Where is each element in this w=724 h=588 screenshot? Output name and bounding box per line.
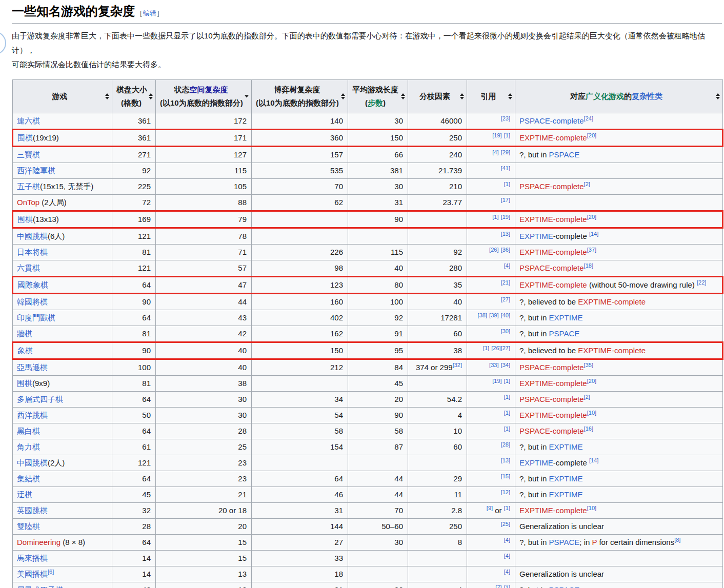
citation-ref[interactable]: [13] (501, 231, 510, 237)
link[interactable]: PSPACE-complete (519, 182, 584, 191)
citation-ref[interactable]: [38] (478, 312, 487, 318)
citation-ref[interactable]: [8] (674, 537, 680, 543)
citation-ref[interactable]: [21] (501, 279, 510, 286)
citation-ref[interactable]: [20] (587, 214, 596, 220)
link[interactable]: 复杂性类 (632, 92, 662, 100)
link[interactable]: 印度鬥獸棋 (17, 313, 55, 322)
link[interactable]: EXPTIME (519, 458, 553, 467)
citation-ref[interactable]: [36] (501, 247, 510, 253)
citation-ref[interactable]: [9] (487, 505, 493, 511)
link[interactable]: 空间复杂度 (190, 85, 228, 94)
edit-link[interactable]: 编辑 (143, 9, 156, 17)
citation-ref[interactable]: [23] (501, 115, 510, 121)
link[interactable]: EXPTIME (549, 313, 583, 322)
link[interactable]: 黑白棋 (17, 427, 40, 435)
citation-ref[interactable]: [40] (501, 312, 510, 318)
citation-ref[interactable]: [1] (483, 345, 489, 351)
citation-ref[interactable]: [1] (504, 505, 510, 511)
column-header-board[interactable]: 棋盘大小(格数) (112, 80, 156, 113)
link[interactable]: PSPACE-complete (519, 263, 584, 272)
link[interactable]: PSPACE-complete (519, 116, 584, 125)
citation-ref[interactable]: [1] (504, 132, 510, 138)
citation-ref[interactable]: [25] (501, 521, 510, 527)
link[interactable]: 三寶棋 (17, 150, 40, 159)
link[interactable]: 广义化游戏 (586, 92, 624, 100)
link[interactable]: EXPTIME-complete (519, 411, 587, 419)
link[interactable]: PSPACE (549, 329, 580, 338)
link[interactable]: PSPACE (549, 150, 580, 159)
citation-ref[interactable]: [27] (501, 345, 510, 351)
link[interactable]: 西洋陸軍棋 (17, 166, 55, 175)
citation-ref[interactable]: [4] (504, 262, 510, 269)
link[interactable]: EXPTIME (549, 474, 583, 483)
link[interactable]: EXPTIME-complete (519, 133, 587, 142)
column-header-branch[interactable]: 分枝因素 (408, 80, 467, 113)
link[interactable]: EXPTIME-complete (519, 379, 587, 388)
link[interactable]: EXPTIME (549, 442, 583, 451)
citation-ref[interactable]: [22] (697, 279, 706, 286)
citation-ref[interactable]: [26] (491, 345, 500, 351)
link[interactable]: 六貫棋 (17, 263, 40, 272)
citation-ref[interactable]: [13] (501, 457, 510, 463)
link[interactable]: PSPACE (549, 538, 580, 546)
column-header-refs[interactable]: 引用 (467, 80, 515, 113)
citation-ref[interactable]: [14] (589, 457, 598, 463)
column-header-len[interactable]: 平均游戏长度(步数) (348, 80, 408, 113)
citation-ref[interactable]: [35] (584, 362, 593, 368)
link[interactable]: 雙陸棋 (17, 522, 40, 531)
column-header-game[interactable]: 游戏 (13, 80, 112, 113)
link[interactable]: 围棋 (17, 379, 32, 388)
sort-both-icon[interactable] (460, 93, 464, 99)
citation-ref[interactable]: [19] (492, 378, 501, 384)
citation-ref[interactable]: [33] (489, 362, 498, 368)
sort-both-icon[interactable] (508, 93, 512, 99)
citation-ref[interactable]: [19] (501, 214, 510, 220)
link[interactable]: 集結棋 (17, 474, 40, 483)
link[interactable]: 韓國將棋 (17, 297, 48, 306)
citation-ref[interactable]: [27] (501, 296, 510, 302)
link[interactable]: 屏風式四子棋 (17, 585, 63, 588)
link[interactable]: EXPTIME-complete (519, 215, 587, 224)
link[interactable]: 象棋 (17, 346, 33, 355)
citation-ref[interactable]: [15] (501, 473, 510, 479)
citation-ref[interactable]: [4] (492, 149, 498, 155)
link[interactable]: PSPACE-complete (519, 427, 584, 435)
link[interactable]: OnTop (17, 198, 39, 207)
link[interactable]: PSPACE (549, 585, 580, 588)
citation-ref[interactable]: [1] (492, 214, 498, 220)
citation-ref[interactable]: [1] (504, 425, 510, 432)
citation-ref[interactable]: [34] (501, 362, 510, 368)
citation-ref[interactable]: [10] (587, 505, 596, 511)
column-header-cx[interactable]: 对应广义化游戏的复杂性类 (515, 80, 723, 113)
citation-ref[interactable]: [20] (587, 378, 596, 384)
link[interactable]: 中國跳棋 (17, 458, 48, 467)
link[interactable]: 围棋 (17, 133, 33, 142)
link[interactable]: 迂棋 (17, 490, 32, 499)
citation-ref[interactable]: [1] (504, 394, 510, 400)
sort-descending-icon[interactable] (245, 95, 249, 98)
citation-ref[interactable]: [6] (48, 569, 54, 575)
link[interactable]: 五子棋 (17, 182, 40, 191)
citation-ref[interactable]: [1] (504, 584, 510, 588)
sort-both-icon[interactable] (149, 93, 153, 99)
citation-ref[interactable]: [1] (504, 410, 510, 416)
citation-ref[interactable]: [30] (501, 328, 510, 334)
citation-ref[interactable]: [17] (501, 197, 510, 203)
link[interactable]: EXPTIME (549, 490, 583, 499)
link[interactable]: EXPTIME-complete (578, 297, 646, 306)
citation-ref[interactable]: [1] (504, 181, 510, 187)
citation-ref[interactable]: [20] (587, 132, 596, 138)
citation-ref[interactable]: [16] (584, 425, 593, 432)
citation-ref[interactable]: [4] (504, 537, 510, 543)
citation-ref[interactable]: [39] (489, 312, 498, 318)
citation-ref[interactable]: [4] (504, 569, 510, 575)
citation-ref[interactable]: [19] (492, 132, 501, 138)
link[interactable]: 國際象棋 (17, 280, 48, 289)
link[interactable]: EXPTIME (519, 232, 553, 240)
citation-ref[interactable]: [41] (501, 165, 510, 171)
link[interactable]: EXPTIME-complete (519, 248, 587, 256)
link[interactable]: P (592, 538, 597, 546)
citation-ref[interactable]: [2] (584, 181, 590, 187)
citation-ref[interactable]: [24] (584, 115, 593, 121)
column-header-state[interactable]: 状态空间复杂度(以10为底数的指数部分) (156, 80, 252, 113)
